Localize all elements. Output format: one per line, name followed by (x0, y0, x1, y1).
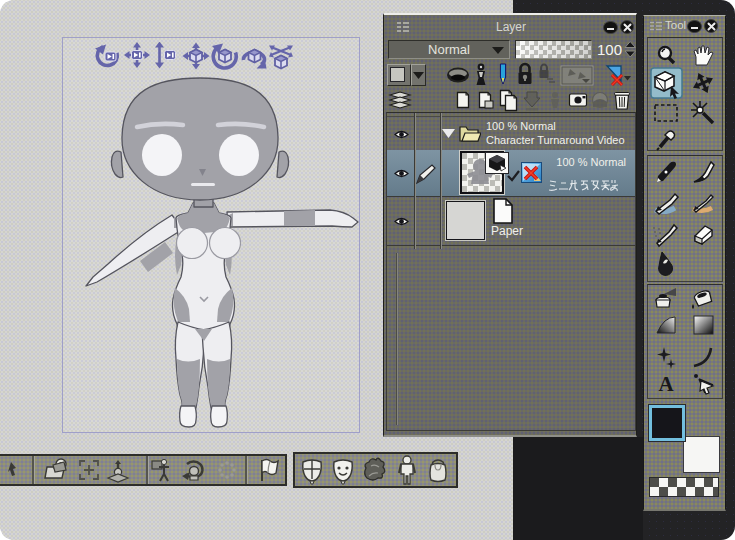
svg-text:A: A (658, 372, 674, 396)
